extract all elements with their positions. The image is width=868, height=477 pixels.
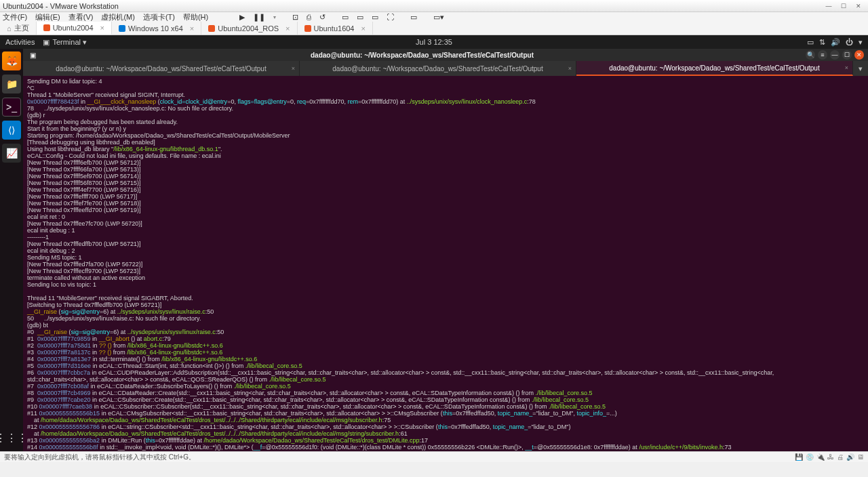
search-icon[interactable]: 🔍 bbox=[806, 50, 815, 60]
status-usb-icon[interactable]: 🔌 bbox=[816, 453, 825, 461]
tab-close-icon[interactable]: × bbox=[190, 24, 194, 33]
network-icon[interactable]: ⇅ bbox=[819, 38, 825, 47]
tab-close-icon[interactable]: × bbox=[568, 65, 572, 72]
home-icon: ⌂ bbox=[7, 24, 12, 33]
dock-files-icon[interactable]: 📁 bbox=[2, 75, 21, 94]
ubuntu-dock: 🦊 📁 >_ ⟨⟩ 📈 ⋮⋮⋮ bbox=[0, 35, 23, 451]
tab-ros[interactable]: Ubuntu2004_ROS× bbox=[201, 22, 297, 35]
tab-home[interactable]: ⌂主页 bbox=[0, 22, 37, 35]
status-printer-icon[interactable]: 🖨 bbox=[837, 453, 844, 461]
vm-guest-display: Activities ▣Terminal ▾ Jul 3 12:35 ▭ ⇅ 🔊… bbox=[0, 35, 868, 451]
close-button[interactable]: ✕ bbox=[852, 1, 865, 11]
revert-icon[interactable]: ↺ bbox=[319, 13, 326, 22]
terminal-titlebar: ▣ dadao@ubuntu: ~/Workspace/Dadao_ws/Sha… bbox=[23, 49, 868, 61]
tab-u16[interactable]: Ubuntu1604× bbox=[298, 22, 373, 35]
menu-tabs[interactable]: 选项卡(T) bbox=[143, 12, 175, 22]
screen-icon[interactable]: ▭ bbox=[807, 38, 814, 47]
console-icon[interactable]: ▭ bbox=[410, 13, 417, 22]
status-text: 要将输入定向到此虚拟机，请将鼠标指针移入其中或按 Ctrl+G。 bbox=[4, 453, 195, 462]
app-menu[interactable]: ▣Terminal ▾ bbox=[43, 38, 87, 47]
status-hdd-icon[interactable]: 💾 bbox=[795, 453, 803, 461]
activities-button[interactable]: Activities bbox=[5, 38, 35, 46]
pause-icon[interactable]: ❚❚ bbox=[253, 13, 265, 22]
terminal-minimize-icon[interactable]: — bbox=[830, 50, 840, 60]
hamburger-icon[interactable]: ≡ bbox=[818, 50, 827, 60]
screenshot-icon[interactable]: ⎙ bbox=[307, 13, 311, 21]
dock-apps-icon[interactable]: ⋮⋮⋮ bbox=[2, 428, 21, 447]
terminal-title: dadao@ubuntu: ~/Workspace/Dadao_ws/Share… bbox=[39, 51, 806, 59]
terminal-tab-dropdown[interactable]: ▾ bbox=[853, 61, 868, 76]
vmware-tabs: ⌂主页 Ubuntu2004× Windows 10 x64× Ubuntu20… bbox=[0, 22, 868, 35]
view-icon[interactable]: ▭ bbox=[357, 13, 363, 22]
menu-view[interactable]: 查看(V) bbox=[68, 12, 94, 22]
vmware-menubar: 文件(F) 编辑(E) 查看(V) 虚拟机(M) 选项卡(T) 帮助(H) ▶ … bbox=[0, 12, 868, 22]
quickswitch-icon[interactable]: ▭ bbox=[372, 13, 378, 22]
terminal-window: ▣ dadao@ubuntu: ~/Workspace/Dadao_ws/Sha… bbox=[23, 49, 868, 451]
window-controls: — ☐ ✕ bbox=[822, 1, 865, 11]
ubuntu-icon bbox=[43, 24, 50, 31]
menu-help[interactable]: 帮助(H) bbox=[183, 12, 208, 22]
terminal-tab-2[interactable]: dadao@ubuntu: ~/Workspace/Dadao_ws/Share… bbox=[300, 61, 576, 76]
tab-close-icon[interactable]: × bbox=[361, 24, 366, 33]
vmware-titlebar: Ubuntu2004 - VMware Workstation — ☐ ✕ bbox=[0, 0, 868, 12]
terminal-tab-3[interactable]: dadao@ubuntu: ~/Workspace/Dadao_ws/Share… bbox=[576, 61, 853, 76]
clock[interactable]: Jul 3 12:35 bbox=[416, 38, 452, 46]
menu-vm[interactable]: 虚拟机(M) bbox=[101, 12, 135, 22]
ubuntu-icon bbox=[304, 25, 311, 32]
terminal-tabs: dadao@ubuntu: ~/Workspace/Dadao_ws/Share… bbox=[23, 61, 868, 76]
tab-close-icon[interactable]: × bbox=[292, 65, 295, 72]
status-net-icon[interactable]: 🖧 bbox=[827, 453, 834, 461]
fullscreen-icon[interactable]: ⛶ bbox=[387, 13, 394, 21]
layout-icon[interactable]: ▭▾ bbox=[433, 13, 444, 22]
tab-close-icon[interactable]: × bbox=[100, 24, 104, 32]
terminal-tab-1[interactable]: dadao@ubuntu: ~/Workspace/Dadao_ws/Share… bbox=[23, 61, 300, 76]
ubuntu-icon bbox=[208, 25, 215, 32]
terminal-maximize-icon[interactable]: ☐ bbox=[842, 50, 852, 60]
vmware-statusbar: 要将输入定向到此虚拟机，请将鼠标指针移入其中或按 Ctrl+G。 💾 💿 🔌 🖧… bbox=[0, 451, 868, 462]
power-dropdown[interactable]: ▾ bbox=[273, 14, 276, 20]
tab-win10[interactable]: Windows 10 x64× bbox=[112, 22, 201, 35]
power-icon[interactable]: ⏻ bbox=[846, 38, 853, 47]
vmware-title: Ubuntu2004 - VMware Workstation bbox=[3, 2, 119, 10]
tab-close-icon[interactable]: × bbox=[845, 64, 848, 71]
dock-vscode-icon[interactable]: ⟨⟩ bbox=[2, 121, 21, 140]
unity-icon[interactable]: ▭ bbox=[342, 13, 349, 22]
tab-ubuntu2004[interactable]: Ubuntu2004× bbox=[37, 22, 112, 35]
terminal-icon: ▣ bbox=[43, 38, 50, 47]
menu-file[interactable]: 文件(F) bbox=[3, 12, 27, 22]
volume-icon[interactable]: 🔊 bbox=[831, 38, 840, 47]
windows-icon bbox=[119, 25, 125, 32]
minimize-button[interactable]: — bbox=[822, 1, 835, 11]
dock-firefox-icon[interactable]: 🦊 bbox=[2, 51, 21, 70]
status-cd-icon[interactable]: 💿 bbox=[806, 453, 814, 461]
dock-terminal-icon[interactable]: >_ bbox=[2, 98, 21, 117]
terminal-output[interactable]: Sending DM to lidar topic: 4 ^C Thread 1… bbox=[23, 76, 868, 451]
power-on-icon[interactable]: ▶ bbox=[239, 13, 245, 22]
terminal-new-tab-icon[interactable]: ▣ bbox=[27, 51, 39, 59]
tab-close-icon[interactable]: × bbox=[285, 24, 290, 33]
ubuntu-topbar: Activities ▣Terminal ▾ Jul 3 12:35 ▭ ⇅ 🔊… bbox=[0, 35, 868, 49]
status-display-icon[interactable]: 🖥 bbox=[857, 453, 864, 461]
status-sound-icon[interactable]: 🔊 bbox=[846, 453, 854, 461]
dock-monitor-icon[interactable]: 📈 bbox=[2, 144, 21, 163]
menu-edit[interactable]: 编辑(E) bbox=[35, 12, 60, 22]
snapshot-icon[interactable]: ⊡ bbox=[292, 13, 298, 22]
system-menu-dropdown[interactable]: ▾ bbox=[859, 38, 863, 47]
maximize-button[interactable]: ☐ bbox=[837, 1, 850, 11]
terminal-close-icon[interactable]: ✕ bbox=[854, 50, 864, 60]
